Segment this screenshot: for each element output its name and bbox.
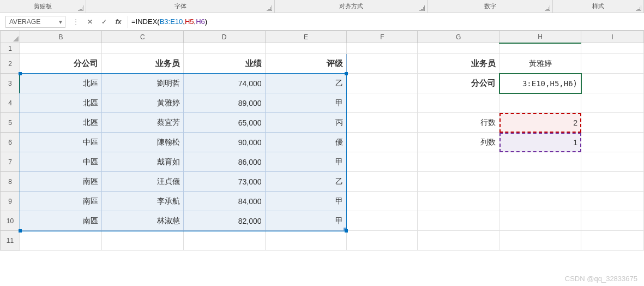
col-header-F[interactable]: F xyxy=(347,31,418,43)
row-header-6[interactable]: 6 xyxy=(1,133,20,152)
cell-B7[interactable]: 中區 xyxy=(20,152,101,172)
cell-B9[interactable]: 南區 xyxy=(20,192,101,211)
row-header-10[interactable]: 10 xyxy=(1,211,20,231)
cell-H2[interactable]: 黃雅婷 xyxy=(499,54,581,74)
cell-B4[interactable]: 北區 xyxy=(20,93,101,113)
cell-I4[interactable] xyxy=(581,93,644,113)
cell-D1[interactable] xyxy=(183,43,265,54)
cell-C6[interactable]: 陳翰松 xyxy=(101,133,183,152)
dialog-launcher-icon[interactable] xyxy=(78,5,83,11)
cell-B8[interactable]: 南區 xyxy=(20,172,101,192)
cell-E4[interactable]: 甲 xyxy=(265,93,347,113)
cell-B6[interactable]: 中區 xyxy=(20,133,101,152)
cell-D10[interactable]: 82,000 xyxy=(183,211,265,231)
cell-C4[interactable]: 黃雅婷 xyxy=(101,93,183,113)
cell-G6[interactable]: 列数 xyxy=(418,133,499,152)
cell-F7[interactable] xyxy=(347,152,418,172)
cell-D6[interactable]: 90,000 xyxy=(183,133,265,152)
cell-G9[interactable] xyxy=(418,192,499,211)
cell-C1[interactable] xyxy=(101,43,183,54)
cell-H10[interactable] xyxy=(499,211,581,231)
cell-G1[interactable] xyxy=(418,43,499,54)
dialog-launcher-icon[interactable] xyxy=(419,5,425,11)
cell-F10[interactable] xyxy=(347,211,418,231)
row-header-7[interactable]: 7 xyxy=(1,152,20,172)
cell-G8[interactable] xyxy=(418,172,499,192)
col-header-D[interactable]: D xyxy=(183,31,265,43)
name-box[interactable]: AVERAGE ▾ xyxy=(5,16,65,28)
row-header-8[interactable]: 8 xyxy=(1,172,20,192)
cell-F9[interactable] xyxy=(347,192,418,211)
col-header-I[interactable]: I xyxy=(581,31,644,43)
cell-C11[interactable] xyxy=(101,231,183,251)
cell-I7[interactable] xyxy=(581,152,644,172)
cell-I1[interactable] xyxy=(581,43,644,54)
cancel-button[interactable]: ✕ xyxy=(83,16,97,28)
cell-C9[interactable]: 李承航 xyxy=(101,192,183,211)
cell-I2[interactable] xyxy=(581,54,644,74)
cell-B3[interactable]: 北區 xyxy=(20,74,101,93)
select-all-button[interactable] xyxy=(1,31,20,43)
cell-C2[interactable]: 业务员 xyxy=(101,54,183,74)
dialog-launcher-icon[interactable] xyxy=(545,5,550,11)
row-header-3[interactable]: 3 xyxy=(1,74,20,93)
cell-I9[interactable] xyxy=(581,192,644,211)
cell-D11[interactable] xyxy=(183,231,265,251)
cell-I5[interactable] xyxy=(581,113,644,133)
cell-G11[interactable] xyxy=(418,231,499,251)
cell-G3[interactable]: 分公司 xyxy=(418,74,499,93)
cell-G10[interactable] xyxy=(418,211,499,231)
cell-H1[interactable] xyxy=(499,43,581,54)
col-header-H[interactable]: H xyxy=(499,31,581,43)
cell-D7[interactable]: 86,000 xyxy=(183,152,265,172)
col-header-E[interactable]: E xyxy=(265,31,347,43)
cell-B2[interactable]: 分公司 xyxy=(20,54,101,74)
cell-I11[interactable] xyxy=(581,231,644,251)
cell-I6[interactable] xyxy=(581,133,644,152)
cell-B5[interactable]: 北區 xyxy=(20,113,101,133)
row-header-2[interactable]: 2 xyxy=(1,54,20,74)
cell-F4[interactable] xyxy=(347,93,418,113)
row-header-5[interactable]: 5 xyxy=(1,113,20,133)
accept-button[interactable]: ✓ xyxy=(97,16,111,28)
cell-G7[interactable] xyxy=(418,152,499,172)
cell-D5[interactable]: 65,000 xyxy=(183,113,265,133)
cell-G4[interactable] xyxy=(418,93,499,113)
row-header-11[interactable]: 11 xyxy=(1,231,20,251)
cell-E9[interactable]: 甲 xyxy=(265,192,347,211)
dialog-launcher-icon[interactable] xyxy=(636,5,641,11)
cell-C7[interactable]: 戴育如 xyxy=(101,152,183,172)
row-header-9[interactable]: 9 xyxy=(1,192,20,211)
cell-D8[interactable]: 73,000 xyxy=(183,172,265,192)
cell-F3[interactable] xyxy=(347,74,418,93)
cell-F1[interactable] xyxy=(347,43,418,54)
cell-D3[interactable]: 74,000 xyxy=(183,74,265,93)
chevron-down-icon[interactable]: ▾ xyxy=(56,18,65,26)
formula-input[interactable]: =INDEX(B3:E10,H5,H6) xyxy=(128,16,644,28)
cell-D9[interactable]: 84,000 xyxy=(183,192,265,211)
cell-E6[interactable]: 優 xyxy=(265,133,347,152)
cell-F11[interactable] xyxy=(347,231,418,251)
cell-D2[interactable]: 业绩 xyxy=(183,54,265,74)
cell-C8[interactable]: 汪貞儀 xyxy=(101,172,183,192)
cell-E3[interactable]: 乙 xyxy=(265,74,347,93)
insert-function-button[interactable]: fx xyxy=(111,16,125,28)
row-header-1[interactable]: 1 xyxy=(1,43,20,54)
cell-F8[interactable] xyxy=(347,172,418,192)
col-header-B[interactable]: B xyxy=(20,31,101,43)
cell-F6[interactable] xyxy=(347,133,418,152)
cell-E11[interactable] xyxy=(265,231,347,251)
cell-F5[interactable] xyxy=(347,113,418,133)
cell-I8[interactable] xyxy=(581,172,644,192)
cell-B10[interactable]: 南區 xyxy=(20,211,101,231)
col-header-G[interactable]: G xyxy=(418,31,499,43)
cell-H6[interactable]: 1 xyxy=(499,133,581,152)
col-header-C[interactable]: C xyxy=(101,31,183,43)
dialog-launcher-icon[interactable] xyxy=(267,5,272,11)
cell-C10[interactable]: 林淑慈 xyxy=(101,211,183,231)
cell-I3[interactable] xyxy=(581,74,644,93)
row-header-4[interactable]: 4 xyxy=(1,93,20,113)
cell-B11[interactable] xyxy=(20,231,101,251)
cell-G2[interactable]: 业务员 xyxy=(418,54,499,74)
cell-H5[interactable]: 2 xyxy=(499,113,581,133)
